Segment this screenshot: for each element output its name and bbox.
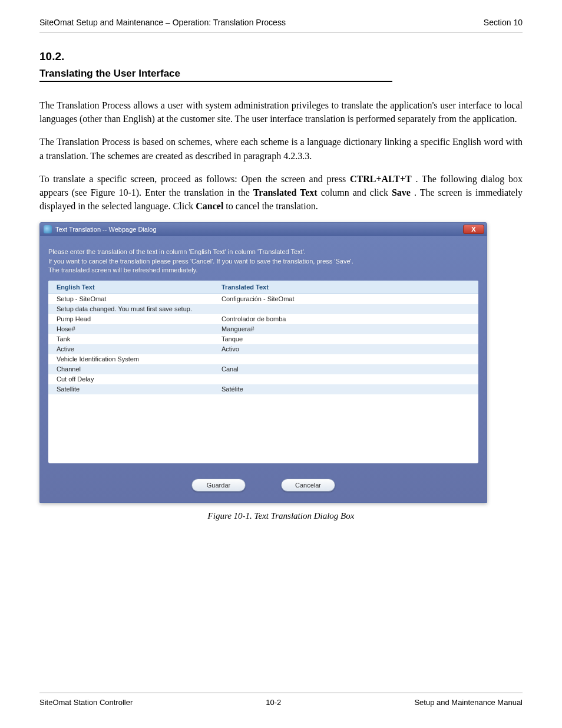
section-title: Translating the User Interface bbox=[39, 68, 392, 82]
cell-english: Pump Head bbox=[48, 314, 213, 324]
table-header: English Text Translated Text bbox=[48, 281, 478, 294]
page-footer: SiteOmat Station Controller 10-2 Setup a… bbox=[39, 693, 523, 707]
footer-right: Setup and Maintenance Manual bbox=[414, 698, 523, 707]
table-row[interactable]: Setup - SiteOmatConfiguración - SiteOmat bbox=[48, 294, 478, 304]
translation-table: English Text Translated Text Setup - Sit… bbox=[48, 281, 478, 463]
paragraph-3: To translate a specific screen, proceed … bbox=[39, 172, 523, 213]
cell-english: Satellite bbox=[48, 384, 213, 394]
col-english: English Text bbox=[48, 281, 213, 294]
page-header: SiteOmat Setup and Maintenance – Operati… bbox=[39, 18, 523, 32]
table-row[interactable]: SatelliteSatélite bbox=[48, 384, 478, 394]
dialog-window: Text Translation -- Webpage Dialog X Ple… bbox=[39, 222, 487, 503]
cell-translated[interactable] bbox=[213, 304, 478, 314]
cell-translated[interactable]: Tanque bbox=[213, 334, 478, 344]
translated-text-field: Translated Text bbox=[253, 187, 318, 197]
table-row[interactable]: Setup data changed. You must first save … bbox=[48, 304, 478, 314]
table-row[interactable]: Pump HeadControlador de bomba bbox=[48, 314, 478, 324]
cell-english: Setup data changed. You must first save … bbox=[48, 304, 213, 314]
cell-english: Channel bbox=[48, 364, 213, 374]
header-left: SiteOmat Setup and Maintenance – Operati… bbox=[39, 18, 286, 27]
close-button[interactable]: X bbox=[463, 225, 484, 234]
dialog-title: Text Translation -- Webpage Dialog bbox=[55, 226, 157, 233]
cell-translated[interactable] bbox=[213, 354, 478, 364]
cancel-label: Cancel bbox=[196, 201, 223, 211]
table-row[interactable]: TankTanque bbox=[48, 334, 478, 344]
header-right: Section 10 bbox=[484, 18, 523, 27]
close-icon: X bbox=[471, 226, 475, 233]
cell-translated[interactable]: Controlador de bomba bbox=[213, 314, 478, 324]
ie-icon bbox=[44, 225, 52, 233]
cell-english: Vehicle Identification System bbox=[48, 354, 213, 364]
cell-translated[interactable]: Configuración - SiteOmat bbox=[213, 294, 478, 304]
paragraph-1: The Translation Process allows a user wi… bbox=[39, 98, 523, 126]
table-row[interactable]: ActiveActivo bbox=[48, 344, 478, 354]
table-row[interactable]: Vehicle Identification System bbox=[48, 354, 478, 364]
table-row[interactable]: Hose#Manguera# bbox=[48, 324, 478, 334]
shortcut: CTRL+ALT+T bbox=[350, 174, 412, 184]
cell-english: Cut off Delay bbox=[48, 374, 213, 384]
save-button[interactable]: Guardar bbox=[191, 479, 246, 492]
dialog-instructions: Please enter the translation of the text… bbox=[48, 248, 478, 275]
cell-translated[interactable] bbox=[213, 374, 478, 384]
footer-center: 10-2 bbox=[266, 698, 281, 707]
cell-translated[interactable]: Manguera# bbox=[213, 324, 478, 334]
cell-english: Active bbox=[48, 344, 213, 354]
titlebar: Text Translation -- Webpage Dialog X bbox=[40, 223, 487, 236]
cancel-button[interactable]: Cancelar bbox=[281, 479, 335, 492]
cell-english: Setup - SiteOmat bbox=[48, 294, 213, 304]
paragraph-2: The Translation Process is based on sche… bbox=[39, 135, 523, 162]
footer-left: SiteOmat Station Controller bbox=[39, 698, 133, 707]
cell-translated[interactable]: Satélite bbox=[213, 384, 478, 394]
table-row[interactable]: Cut off Delay bbox=[48, 374, 478, 384]
cell-translated[interactable]: Canal bbox=[213, 364, 478, 374]
save-label: Save bbox=[392, 187, 411, 197]
figure-caption: Figure 10-1. Text Translation Dialog Box bbox=[39, 511, 523, 521]
col-translated: Translated Text bbox=[213, 281, 478, 294]
section-number: 10.2. bbox=[39, 50, 523, 63]
table-row[interactable]: ChannelCanal bbox=[48, 364, 478, 374]
cell-translated[interactable]: Activo bbox=[213, 344, 478, 354]
cell-english: Hose# bbox=[48, 324, 213, 334]
cell-english: Tank bbox=[48, 334, 213, 344]
